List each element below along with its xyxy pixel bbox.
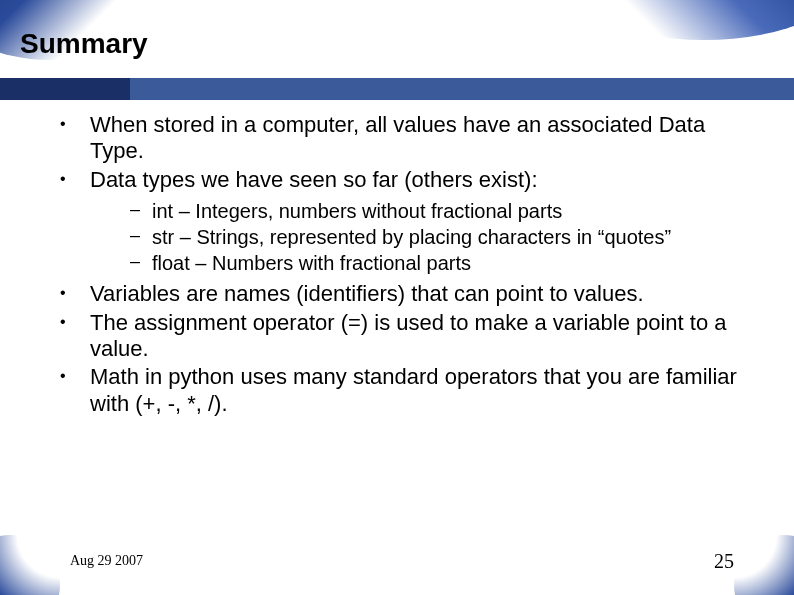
bullet-text: When stored in a computer, all values ha…	[90, 112, 705, 163]
bullet-item: Data types we have seen so far (others e…	[70, 167, 760, 275]
bullet-text: Variables are names (identifiers) that c…	[90, 281, 644, 306]
bullet-text: The assignment operator (=) is used to m…	[90, 310, 727, 361]
sub-bullet-item: int – Integers, numbers without fraction…	[130, 199, 760, 223]
bullet-item: Math in python uses many standard operat…	[70, 364, 760, 417]
corner-decoration-bottom-left	[0, 535, 60, 595]
bullet-text: Data types we have seen so far (others e…	[90, 167, 538, 192]
bullet-text: Math in python uses many standard operat…	[90, 364, 737, 415]
corner-decoration-bottom-right	[734, 535, 794, 595]
sub-bullet-item: float – Numbers with fractional parts	[130, 251, 760, 275]
slide-content: When stored in a computer, all values ha…	[40, 112, 760, 419]
footer-page-number: 25	[714, 550, 734, 573]
title-bar	[0, 78, 794, 100]
footer-date: Aug 29 2007	[70, 553, 143, 569]
corner-decoration-top-right	[594, 0, 794, 40]
bullet-item: When stored in a computer, all values ha…	[70, 112, 760, 165]
slide-title: Summary	[20, 28, 148, 60]
bullet-item: The assignment operator (=) is used to m…	[70, 310, 760, 363]
sub-bullet-item: str – Strings, represented by placing ch…	[130, 225, 760, 249]
bullet-item: Variables are names (identifiers) that c…	[70, 281, 760, 307]
